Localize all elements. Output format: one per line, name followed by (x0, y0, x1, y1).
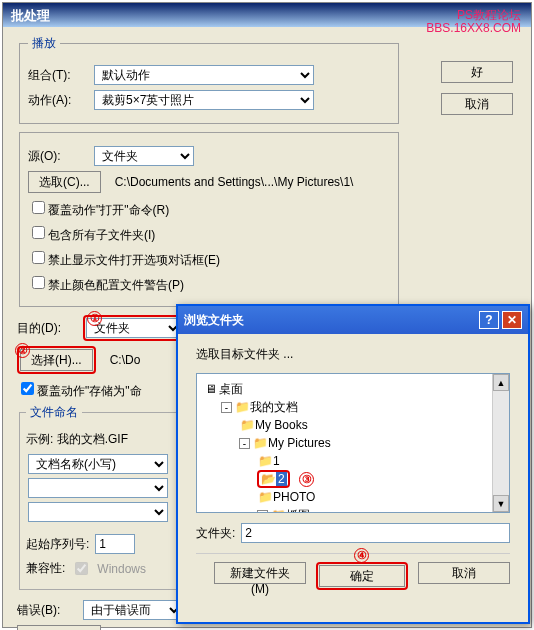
tree-node-1[interactable]: 📁1 (257, 452, 503, 470)
errors-save-button: 存储为(E)... (17, 625, 101, 630)
start-seq-input[interactable] (95, 534, 135, 554)
tree-node-2[interactable]: 📂2 ③ (257, 470, 503, 488)
tree-node-photo[interactable]: 📁PHOTO (257, 488, 503, 506)
watermark: PS教程论坛 BBS.16XX8.COM (426, 9, 521, 35)
tree-node-mypics[interactable]: -📁My Pictures 📁1 📂2 ③ 📁PHOTO (239, 434, 503, 513)
folder-tree[interactable]: 🖥桌面 -📁我的文档 📁My Books -📁My Pictures 📁1 (196, 373, 510, 513)
tree-scrollbar[interactable]: ▲ ▼ (492, 374, 509, 512)
new-folder-button[interactable]: 新建文件夹(M) (214, 562, 306, 584)
source-choose-button[interactable]: 选取(C)... (28, 171, 101, 193)
browse-title-bar: 浏览文件夹 ? ✕ (178, 306, 528, 334)
annot-1: ① (87, 311, 102, 326)
errors-label: 错误(B): (17, 602, 77, 619)
cancel-button[interactable]: 取消 (441, 93, 513, 115)
tree-node-mydocs[interactable]: -📁我的文档 📁My Books -📁My Pictures 📁1 📂2 (221, 398, 503, 513)
annot-3: ③ (299, 472, 314, 487)
annot-2: ② (15, 343, 30, 358)
dest-choose-button[interactable]: 选择(H)... (20, 349, 93, 371)
close-button[interactable]: ✕ (502, 311, 522, 329)
suppress-open-dialog-checkbox[interactable] (32, 251, 45, 264)
tree-node-desktop[interactable]: 🖥桌面 -📁我的文档 📁My Books -📁My Pictures 📁1 (203, 380, 503, 513)
browse-cancel-button[interactable]: 取消 (418, 562, 510, 584)
scroll-up-icon[interactable]: ▲ (493, 374, 509, 391)
browse-prompt: 选取目标文件夹 ... (196, 346, 510, 363)
errors-select[interactable]: 由于错误而 (83, 600, 183, 620)
source-label: 源(O): (28, 148, 88, 165)
naming-example: 示例: 我的文档.GIF (26, 431, 172, 448)
compat-win-checkbox (75, 562, 88, 575)
override-open-checkbox[interactable] (32, 201, 45, 214)
browse-ok-button[interactable]: 确定 (319, 565, 405, 587)
suppress-color-warning-checkbox[interactable] (32, 276, 45, 289)
dest-path: C:\Do (110, 353, 141, 367)
dest-label: 目的(D): (17, 320, 77, 337)
play-legend: 播放 (28, 35, 60, 52)
naming-group: 文件命名 示例: 我的文档.GIF 文档名称(小写) 起始序列号: 兼容性: W… (19, 404, 179, 590)
tree-node-mybooks[interactable]: 📁My Books (239, 416, 503, 434)
browse-folder-dialog: 浏览文件夹 ? ✕ 选取目标文件夹 ... 🖥桌面 -📁我的文档 📁My Boo… (176, 304, 530, 624)
compat-label: 兼容性: (26, 560, 65, 577)
include-subfolders-checkbox[interactable] (32, 226, 45, 239)
start-seq-label: 起始序列号: (26, 536, 89, 553)
source-path: C:\Documents and Settings\...\My Picture… (115, 175, 354, 189)
action-label: 动作(A): (28, 92, 88, 109)
folder-field-label: 文件夹: (196, 525, 235, 542)
set-select[interactable]: 默认动作 (94, 65, 314, 85)
naming-select-2[interactable] (28, 478, 168, 498)
action-select[interactable]: 裁剪5×7英寸照片 (94, 90, 314, 110)
naming-select-1[interactable]: 文档名称(小写) (28, 454, 168, 474)
ok-button[interactable]: 好 (441, 61, 513, 83)
annot-4: ④ (354, 548, 369, 563)
play-group: 播放 组合(T): 默认动作 动作(A): 裁剪5×7英寸照片 (19, 35, 399, 124)
source-group: 源(O): 文件夹 选取(C)... C:\Documents and Sett… (19, 132, 399, 307)
override-save-checkbox[interactable] (21, 382, 34, 395)
folder-field[interactable] (241, 523, 510, 543)
naming-select-3[interactable] (28, 502, 168, 522)
set-label: 组合(T): (28, 67, 88, 84)
source-select[interactable]: 文件夹 (94, 146, 194, 166)
help-button[interactable]: ? (479, 311, 499, 329)
tree-node-snap[interactable]: +📁抓图 (257, 506, 503, 513)
scroll-down-icon[interactable]: ▼ (493, 495, 509, 512)
